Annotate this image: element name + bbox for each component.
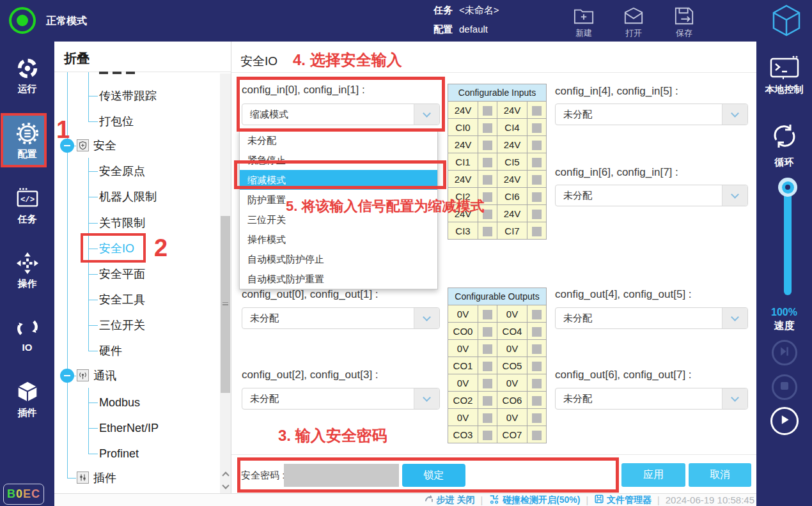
task-value: <未命名> [459,4,499,15]
dropdown-option-selected[interactable]: 缩减模式 [240,170,437,190]
io-state-indicator [527,205,547,222]
dropdown-option[interactable]: 防护重置 [240,190,437,210]
dropdown-option[interactable]: 操作模式 [240,229,437,249]
scroll-down-button[interactable] [220,480,231,493]
safety-password-input[interactable] [284,464,399,487]
sidebar-item-label: 操作 [0,278,54,290]
tree-item-communication[interactable]: 通讯 [93,368,116,383]
dropdown-option[interactable]: 未分配 [240,130,437,150]
tree-item-profinet[interactable]: Profinet [99,446,139,461]
clipped-tree-item [99,72,108,74]
app-window: 正常模式 任务<未命名> 配置default 新建 打开 保存 运行 [0,0,812,506]
config-in-6-7-label: config_in[6], config_in[7] : [555,166,678,179]
tree-scrollbar[interactable] [220,73,231,493]
stop-icon [779,380,790,394]
loop-button[interactable] [770,121,799,153]
dropdown-option[interactable]: 紧急停止 [240,150,437,170]
config-in-0-1-select[interactable]: 缩减模式 [242,103,440,125]
dropdown-option[interactable]: 自动模式防护停止 [240,249,437,269]
config-out-6-7-select[interactable]: 未分配 [555,388,748,410]
tree-item-safety[interactable]: 安全 [93,138,116,153]
collapse-tree-button[interactable]: 折叠 [64,50,90,67]
tree-item-safety-planes[interactable]: 安全平面 [99,266,145,282]
file-manager-button[interactable]: 文件管理器 [594,494,652,506]
sidebar-item-config[interactable]: 配置 [0,121,54,160]
io-cell: 0V [497,374,527,392]
speed-slider-knob[interactable] [778,178,797,197]
io-cell: CI7 [497,222,527,240]
collapse-icon[interactable] [60,139,74,153]
skip-next-icon [778,345,791,360]
apply-button[interactable]: 应用 [621,463,685,487]
lock-button[interactable]: 锁定 [402,464,465,487]
io-state-indicator [527,409,547,426]
sidebar-item-plugin[interactable]: 插件 [0,380,54,419]
config-in-4-5-select[interactable]: 未分配 [555,103,748,125]
tree-item-packing-position[interactable]: 打包位 [99,114,134,129]
dropdown-option[interactable]: 自动模式防护重置 [240,269,437,289]
tree-item-plugins[interactable]: 插件 [93,470,116,486]
tree-line [88,402,98,403]
tree-line [88,325,98,326]
tree-item-three-position-switch[interactable]: 三位开关 [99,318,145,333]
tree-item-safety-tools[interactable]: 安全工具 [99,292,145,307]
new-button[interactable]: 新建 [566,4,602,39]
separator: | [480,495,483,505]
tree-line [88,72,89,121]
local-control-button[interactable] [769,55,800,84]
tree-item-robot-limits[interactable]: 机器人限制 [99,189,157,204]
tree-item-hardware[interactable]: 硬件 [99,343,122,358]
sidebar-item-io[interactable]: IO [0,316,54,353]
dropdown-option[interactable]: 三位开关 [240,210,437,229]
io-cell: CI0 [448,119,478,136]
task-label: 任务 [433,4,453,15]
io-state-indicator [478,426,497,443]
config-out-2-3-select[interactable]: 未分配 [242,388,440,410]
io-state-indicator [527,323,547,340]
open-button[interactable]: 打开 [616,4,652,39]
io-state-indicator [527,340,547,357]
io-state-indicator [478,357,497,374]
cancel-button[interactable]: 取消 [689,463,751,487]
save-icon [666,6,702,26]
step-forward-button[interactable] [772,340,797,365]
collapse-icon[interactable] [60,369,74,383]
sidebar-item-operate[interactable]: 操作 [0,251,54,290]
stop-button[interactable] [772,374,797,400]
io-state-indicator [478,153,497,171]
scrollbar-thumb[interactable] [221,216,230,393]
speed-slider-track[interactable] [784,185,792,295]
sidebar-item-task[interactable]: </> 任务 [0,187,54,226]
scroll-up-button[interactable] [220,468,231,480]
config-out-4-5-select[interactable]: 未分配 [555,307,748,329]
config-in-6-7-select[interactable]: 未分配 [555,185,748,206]
io-state-indicator [478,222,497,240]
chevron-down-icon [414,388,439,409]
io-state-indicator [478,374,497,392]
tree-item-ethernet-ip[interactable]: EtherNet/IP [99,420,159,436]
tree-item-joint-limits[interactable]: 关节限制 [99,215,145,231]
collision-detection-toggle[interactable]: 碰撞检测开启(50%) [488,494,580,506]
config-out-0-1-select[interactable]: 未分配 [242,307,440,329]
gear-icon [0,121,54,146]
sidebar-item-run[interactable]: 运行 [0,56,54,95]
io-state-indicator [478,340,497,357]
tree-item-modbus[interactable]: Modbus [99,395,140,410]
save-button[interactable]: 保存 [666,4,702,39]
config-label: 配置 [433,24,453,34]
select-value: 未分配 [556,312,722,325]
tree-item-safety-origin[interactable]: 安全原点 [99,164,145,179]
io-cell: CI4 [497,119,527,136]
io-cell: CO6 [497,392,527,409]
safety-io-panel: 安全IO config_in[0], config_in[1] : 缩减模式 未… [231,42,756,493]
tree-line [88,197,98,197]
step-mode-toggle[interactable]: 步进 关闭 [424,494,475,506]
save-button-label: 保存 [666,27,702,39]
io-cell: CI5 [497,153,527,171]
clipped-tree-item [126,72,135,74]
chevron-down-icon [722,388,747,409]
tree-item-conveyor-tracking[interactable]: 传送带跟踪 [99,88,157,103]
tree-item-safety-io[interactable]: 安全IO [99,241,134,256]
io-state-indicator [478,205,497,222]
play-button[interactable] [770,407,799,435]
